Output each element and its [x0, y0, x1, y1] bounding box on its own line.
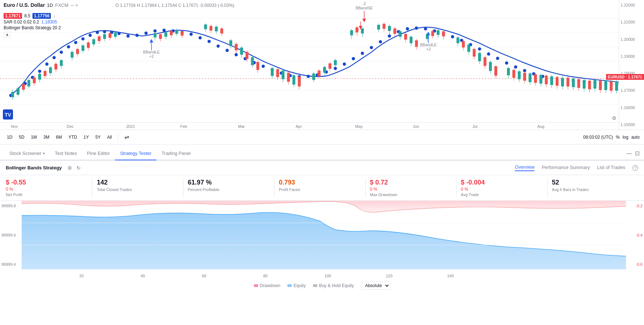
drawdown-swatch — [254, 284, 258, 287]
tab-trading-panel-label: Trading Panel — [162, 151, 190, 156]
auto-toggle[interactable]: auto — [631, 135, 640, 140]
svg-rect-201 — [456, 38, 459, 43]
absolute-dropdown[interactable]: Absolute Percent — [361, 282, 390, 290]
sar-indicator: SAR 0.02 0.02 0.2 1.18305 — [4, 20, 61, 25]
maximize-btn[interactable]: ⊡ — [635, 150, 640, 157]
time-axis: Nov Dec 2021 Feb Mar Apr May Jun Jul Aug — [0, 122, 619, 130]
svg-rect-137 — [229, 40, 232, 46]
svg-rect-245 — [583, 80, 586, 88]
svg-rect-185 — [399, 31, 402, 37]
overview-tab-performance[interactable]: Performance Summary — [542, 165, 590, 171]
tradingview-logo: TV — [3, 109, 13, 121]
svg-rect-229 — [539, 75, 542, 83]
svg-point-57 — [424, 27, 427, 30]
log-toggle[interactable]: log — [623, 135, 628, 140]
time-btn-6m[interactable]: 6M — [53, 134, 65, 141]
svg-rect-213 — [489, 62, 492, 71]
time-btn-3m[interactable]: 3M — [41, 134, 52, 141]
svg-rect-129 — [204, 25, 207, 29]
svg-point-50 — [361, 52, 364, 55]
overview-tab-overview[interactable]: Overview — [515, 164, 534, 171]
tab-pine-editor[interactable]: Pine Editor — [82, 147, 115, 160]
toolbar-divider — [118, 134, 118, 141]
stat-closed-trades: 142 Total Closed Trades — [92, 179, 183, 197]
svg-marker-261 — [362, 19, 366, 22]
stat-max-drawdown: $ 0.72 0 % Max Drawdown — [366, 179, 456, 197]
svg-rect-141 — [240, 48, 243, 55]
svg-rect-191 — [415, 40, 418, 47]
svg-rect-173 — [356, 27, 358, 32]
time-display: 08:03:02 (UTC) — [583, 135, 613, 140]
pct-toggle[interactable]: % — [616, 135, 620, 140]
legend-buy-hold: Buy & Hold Equity — [313, 283, 354, 288]
minimize-btn[interactable]: — — [626, 150, 632, 157]
svg-point-34 — [217, 44, 220, 48]
collapse-indicator-btn[interactable]: ∧ — [4, 32, 11, 38]
svg-rect-257 — [615, 81, 618, 91]
tab-strategy-tester[interactable]: Strategy Tester — [115, 147, 156, 160]
overview-tab-trades[interactable]: List of Trades — [597, 165, 625, 171]
time-btn-1m[interactable]: 1M — [28, 134, 40, 141]
chart-symbol: Euro / U.S. Dollar — [4, 2, 45, 8]
svg-rect-199 — [442, 31, 445, 36]
svg-point-17 — [74, 41, 78, 44]
strategy-settings-btn[interactable]: ⚙ — [66, 164, 74, 172]
price-axis: 1.22000 1.21000 1.20000 1.19000 1.18000 … — [619, 0, 644, 130]
time-btn-1y[interactable]: 1Y — [81, 134, 92, 141]
time-btn-ytd[interactable]: YTD — [66, 134, 80, 141]
svg-rect-179 — [383, 24, 385, 29]
tab-stock-screener[interactable]: Stock Screener ▾ — [4, 147, 50, 160]
svg-rect-131 — [209, 26, 212, 31]
svg-rect-237 — [561, 78, 564, 86]
time-btn-5d[interactable]: 5D — [16, 134, 27, 141]
svg-rect-231 — [545, 75, 548, 84]
help-icon[interactable]: ? — [632, 165, 638, 171]
svg-point-51 — [370, 46, 373, 49]
tab-bar: Stock Screener ▾ Text Notes Pine Editor … — [0, 144, 644, 160]
chart-area: Euro / U.S. Dollar 1D FXCM ─ ≈ O 1.17704… — [0, 0, 644, 130]
svg-point-49 — [352, 57, 355, 60]
svg-rect-181 — [388, 26, 391, 31]
chart-settings-icon[interactable]: ⚙ — [612, 115, 617, 121]
svg-rect-117 — [154, 33, 156, 38]
time-btn-1d[interactable]: 1D — [4, 134, 15, 141]
svg-point-24 — [127, 34, 130, 38]
tab-trading-panel[interactable]: Trading Panel — [156, 147, 195, 160]
svg-rect-169 — [334, 60, 337, 65]
compare-btn[interactable]: ⇌ — [122, 133, 132, 142]
drawdown-label: Drawdown — [260, 283, 281, 288]
time-btn-5y[interactable]: 5Y — [93, 134, 103, 141]
svg-point-23 — [118, 32, 121, 35]
chart-header: Euro / U.S. Dollar 1D FXCM ─ ≈ — [4, 2, 78, 8]
price-badge-blue: 1.17756 — [32, 13, 51, 19]
overview-tabs: Overview Performance Summary List of Tra… — [515, 164, 638, 171]
svg-text:BBandSE: BBandSE — [356, 6, 373, 10]
profit-factor-value: 0.793 — [279, 179, 361, 187]
chart-indicators: 1.17671 8.5 1.17756 ↓ SAR 0.02 0.02 0.2 … — [4, 13, 61, 38]
svg-point-28 — [163, 29, 166, 32]
svg-text:+2: +2 — [149, 54, 154, 58]
stat-net-profit: $ -0.55 0 % Net Profit — [6, 179, 92, 197]
svg-rect-189 — [410, 37, 413, 43]
svg-rect-221 — [518, 71, 521, 79]
time-btn-all[interactable]: All — [105, 134, 114, 141]
equity-swatch — [287, 284, 292, 287]
percent-profitable-value: 61.97 % — [188, 179, 270, 187]
svg-point-18 — [81, 37, 85, 40]
svg-rect-87 — [33, 77, 36, 83]
svg-rect-235 — [556, 77, 559, 86]
strategy-refresh-btn[interactable]: ↻ — [75, 164, 82, 172]
chart-connector-icon: ─ ≈ — [71, 3, 78, 8]
svg-rect-225 — [529, 73, 531, 82]
strategy-header: Bollinger Bands Strategy ⚙ ↻ Overview Pe… — [0, 161, 644, 175]
svg-point-19 — [89, 34, 92, 37]
tab-pine-editor-label: Pine Editor — [87, 151, 110, 156]
svg-rect-197 — [437, 30, 440, 35]
chart-exchange: FXCM — [55, 3, 69, 8]
closed-trades-label: Total Closed Trades — [97, 187, 178, 192]
legend-equity: Equity — [287, 283, 305, 288]
svg-point-26 — [145, 31, 148, 35]
equity-y-axis-right: -0.2 -0.4 -0.6 — [626, 201, 644, 269]
tab-text-notes[interactable]: Text Notes — [50, 147, 82, 160]
current-price-label: EURUSD · 1.17671 — [606, 74, 644, 80]
